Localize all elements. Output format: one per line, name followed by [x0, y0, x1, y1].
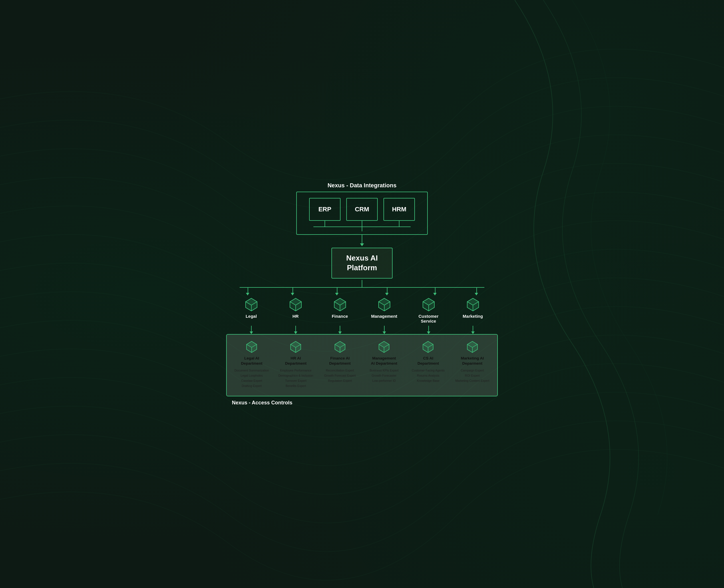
ai-dept-items-hr: Employee PerformanceDemographics & Inclu… [278, 368, 313, 388]
cube-icon-cs [421, 297, 436, 312]
ai-dept-items-management: Business KPIs ExpertGrowth ForecasterLow… [370, 368, 399, 383]
integration-connectors [309, 221, 415, 227]
ai-dept-items-marketing: Campaign ExpertROI ExpertMarketing Conte… [455, 368, 489, 383]
access-controls-section: Legal AIDepartment Document Summarizatio… [226, 334, 498, 396]
cube-icon-legal [244, 297, 259, 312]
to-platform-arrow [360, 235, 364, 246]
data-integrations-box: ERP CRM HRM [296, 192, 428, 235]
cube-icon-ai-legal [245, 340, 258, 354]
ai-dept-hr: HR AIDepartment Employee PerformanceDemo… [275, 340, 317, 388]
platform-spread-connector [226, 280, 498, 296]
cube-icon-finance [333, 297, 347, 312]
ai-dept-cs: CS AIDepartment Customer Facing AgentsRe… [407, 340, 449, 388]
nexus-platform-title: Nexus AIPlatform [346, 253, 378, 273]
integrations-row: ERP CRM HRM [309, 198, 415, 221]
dept-customer-service: CustomerService [406, 297, 451, 323]
cube-icon-hr [288, 297, 303, 312]
ai-dept-title-hr: HR AIDepartment [285, 356, 306, 366]
ai-dept-items-cs: Customer Facing AgentsReturns AnalysisKn… [412, 368, 445, 383]
dept-label-cs: CustomerService [418, 314, 438, 323]
nexus-platform-box: Nexus AIPlatform [332, 248, 392, 278]
dept-label-legal: Legal [246, 314, 257, 319]
ai-dept-legal: Legal AIDepartment Document Summarizatio… [231, 340, 273, 388]
ai-dept-marketing: Marketing AIDeparment Campaign ExpertROI… [451, 340, 493, 388]
crm-box: CRM [346, 198, 378, 221]
cube-icon-ai-hr [289, 340, 302, 354]
dept-label-finance: Finance [332, 314, 348, 319]
departments-row: Legal HR Finance [226, 297, 498, 323]
ai-departments-row: Legal AIDepartment Document Summarizatio… [230, 340, 494, 388]
access-controls-label: Nexus - Access Controls [232, 400, 292, 406]
dept-label-management: Management [371, 314, 398, 319]
ai-dept-title-finance: Finance AIDepartment [329, 356, 350, 366]
ai-dept-title-cs: CS AIDepartment [418, 356, 439, 366]
dept-finance: Finance [318, 297, 362, 323]
dept-hr: HR [273, 297, 318, 323]
dept-legal: Legal [229, 297, 273, 323]
dept-label-hr: HR [293, 314, 299, 319]
cube-icon-ai-cs [422, 340, 434, 354]
ai-dept-items-legal: Document SummarizationLegal LoopholesCas… [234, 368, 269, 388]
erp-box: ERP [309, 198, 341, 221]
dept-label-marketing: Marketing [463, 314, 483, 319]
data-integrations-label: Nexus - Data Integrations [327, 182, 396, 189]
ai-dept-finance: Finance AIDepartment Reconciliation Expe… [319, 340, 361, 388]
ai-dept-management: ManagementAI Department Business KPIs Ex… [363, 340, 405, 388]
ai-dept-title-legal: Legal AIDepartment [241, 356, 262, 366]
diagram-container: Nexus - Data Integrations ERP CRM HRM [205, 171, 519, 417]
ai-dept-title-management: ManagementAI Department [371, 356, 397, 366]
hrm-box: HRM [383, 198, 415, 221]
cube-icon-marketing [466, 297, 481, 312]
cube-icon-ai-marketing [466, 340, 479, 354]
dept-marketing: Marketing [451, 297, 495, 323]
ai-dept-title-marketing: Marketing AIDeparment [461, 356, 484, 366]
cube-icon-management [377, 297, 392, 312]
cube-icon-ai-management [378, 340, 390, 354]
dept-management: Management [362, 297, 406, 323]
cube-icon-ai-finance [334, 340, 346, 354]
dept-to-ai-arrows [226, 326, 498, 334]
ai-dept-items-finance: Reconciliation ExpertGrowth Forecast Exp… [324, 368, 356, 383]
